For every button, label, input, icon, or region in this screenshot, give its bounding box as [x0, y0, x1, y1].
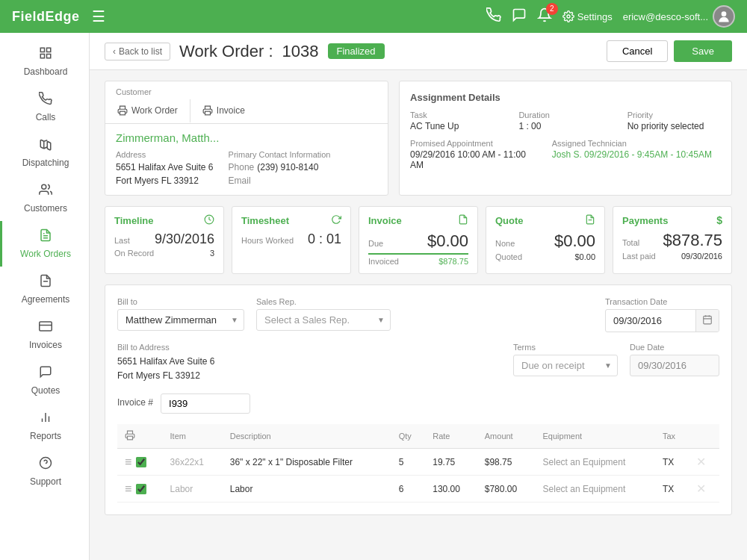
remove-item-button[interactable]: ✕: [696, 455, 706, 468]
save-button[interactable]: Save: [674, 40, 732, 62]
bill-to-select[interactable]: Matthew Zimmerman: [117, 309, 244, 331]
invoice-tab[interactable]: Invoice: [190, 99, 257, 123]
item-amount-cell: $780.00: [477, 476, 536, 503]
svg-rect-25: [128, 437, 133, 441]
app-layout: Dashboard Calls Dispatching Customers Wo…: [0, 33, 747, 560]
sales-rep-select-wrapper: Select a Sales Rep. ▼: [256, 309, 391, 331]
terms-select[interactable]: Due on receipt: [513, 355, 618, 376]
notification-bell-icon[interactable]: 2: [537, 7, 552, 26]
sidebar-item-label: Calls: [36, 112, 56, 122]
line-item-checkbox[interactable]: [136, 484, 146, 494]
col-description: Description: [223, 424, 391, 449]
sidebar-item-work-orders[interactable]: Work Orders: [0, 221, 89, 267]
transaction-date-label: Transaction Date: [605, 297, 719, 306]
sidebar-item-dispatching[interactable]: Dispatching: [0, 130, 89, 175]
payments-title: Payments: [622, 215, 668, 226]
table-row: ≡ Labor Labor 6 130.00 $780.00: [117, 476, 719, 503]
sidebar-item-reports[interactable]: Reports: [0, 403, 89, 449]
col-print: [117, 424, 163, 449]
technician-col: Assigned Technician Josh S. 09/29/2016 -…: [552, 139, 721, 170]
drag-handle-icon: ≡: [125, 482, 131, 496]
user-info[interactable]: ericw@desco-soft...: [623, 5, 735, 28]
sales-rep-select[interactable]: Select a Sales Rep.: [256, 309, 391, 331]
hamburger-menu-icon[interactable]: ☰: [92, 7, 105, 25]
last-paid-value: 09/30/2016: [681, 252, 722, 261]
last-paid-label: Last paid: [622, 252, 656, 261]
work-order-number: 1038: [282, 42, 319, 61]
address-col: Address 5651 Halifax Ave Suite 6 Fort My…: [116, 150, 214, 187]
bill-to-select-wrapper: Matthew Zimmerman ▼: [117, 309, 244, 331]
work-order-tab[interactable]: Work Order: [105, 99, 190, 123]
invoice-num-input[interactable]: [161, 393, 250, 414]
sidebar-item-support[interactable]: Support: [0, 449, 89, 494]
customer-info: Zimmerman, Matth... Address 5651 Halifax…: [105, 124, 388, 195]
invoiced-value: $878.75: [438, 257, 468, 266]
sidebar: Dashboard Calls Dispatching Customers Wo…: [0, 33, 90, 560]
svg-rect-17: [120, 111, 125, 115]
timesheet-hours-label: Hours Worked: [241, 236, 294, 245]
technician-value[interactable]: Josh S. 09/29/2016 - 9:45AM - 10:45AM: [552, 149, 721, 160]
item-name-cell: Labor: [163, 476, 223, 503]
task-label: Task: [410, 111, 503, 119]
quote-sub: Quoted $0.00: [495, 252, 595, 261]
task-col: Task AC Tune Up: [410, 111, 503, 131]
sidebar-item-dashboard[interactable]: Dashboard: [0, 39, 89, 84]
invoice-form: Bill to Matthew Zimmerman ▼ Sales Rep.: [105, 284, 732, 515]
transaction-date-input[interactable]: [606, 311, 695, 331]
line-item-checkbox[interactable]: [136, 457, 146, 467]
bill-address-col: Bill to Address 5651 Halifax Ave Suite 6…: [117, 343, 215, 383]
settings-label: Settings: [577, 11, 613, 22]
sidebar-item-calls[interactable]: Calls: [0, 84, 89, 130]
quote-none-value: $0.00: [554, 231, 595, 251]
sidebar-item-label: Reports: [30, 431, 61, 441]
timeline-sub: On Record 3: [114, 249, 214, 258]
sidebar-item-agreements[interactable]: Agreements: [0, 267, 89, 312]
assignment-row-2: Promised Appointment 09/29/2016 10:00 AM…: [410, 139, 721, 170]
chevron-left-icon: ‹: [113, 46, 116, 57]
technician-label: Assigned Technician: [552, 139, 721, 148]
priority-label: Priority: [627, 111, 721, 119]
payments-main: Total $878.75: [622, 231, 722, 250]
table-row: ≡ 36x22x1 36" x 22" x 1" Disposable Filt…: [117, 449, 719, 476]
due-date-input[interactable]: [630, 355, 719, 376]
work-order-header: ‹ Back to list Work Order : 1038 Finaliz…: [90, 33, 747, 70]
timeline-card: Timeline Last 9/30/2016 On Record 3: [105, 206, 224, 274]
invoiced-label: Invoiced: [368, 257, 399, 266]
terms-col: Terms Due on receipt ▼: [513, 343, 618, 376]
settings-nav[interactable]: Settings: [562, 10, 613, 22]
timeline-header: Timeline: [114, 214, 214, 227]
customer-name-link[interactable]: Zimmerman, Matth...: [116, 131, 377, 144]
sidebar-item-invoices[interactable]: Invoices: [0, 312, 89, 358]
sidebar-item-label: Dispatching: [22, 158, 69, 168]
remove-item-button[interactable]: ✕: [696, 482, 706, 495]
invoice-due-row: Due $0.00: [368, 231, 468, 251]
promised-value: 09/29/2016 10:00 AM - 11:00 AM: [410, 149, 537, 170]
sidebar-item-customers[interactable]: Customers: [0, 175, 89, 221]
customers-icon: [39, 183, 52, 200]
svg-point-6: [42, 184, 46, 189]
line-items-table: Item Description Qty Rate Amount Equipme…: [117, 424, 719, 503]
invoice-metric-title: Invoice: [368, 215, 402, 226]
payments-card: Payments $ Total $878.75 Last paid 09/30…: [613, 206, 732, 274]
due-date-col: Due Date: [630, 343, 719, 376]
contact-col: Primary Contact Information Phone(239) 9…: [229, 150, 331, 187]
transaction-date-wrapper: [605, 309, 719, 332]
phone-icon[interactable]: [486, 7, 501, 26]
cancel-button[interactable]: Cancel: [607, 40, 668, 62]
chat-icon[interactable]: [512, 7, 527, 26]
item-qty-cell: 5: [391, 449, 426, 476]
timesheet-card: Timesheet Hours Worked 0 : 01: [232, 206, 351, 274]
timeline-last-value: 9/30/2016: [155, 231, 214, 247]
calendar-icon[interactable]: [695, 310, 719, 332]
item-equipment-cell: Select an Equipment: [536, 449, 655, 476]
back-to-list-button[interactable]: ‹ Back to list: [105, 43, 170, 60]
metric-cards: Timeline Last 9/30/2016 On Record 3: [105, 206, 732, 274]
quote-header: Quote: [495, 214, 595, 227]
contact-label: Primary Contact Information: [229, 150, 331, 159]
col-item: Item: [163, 424, 223, 449]
svg-point-0: [567, 15, 570, 18]
notification-badge: 2: [546, 3, 558, 15]
support-icon: [39, 456, 52, 473]
item-rate-cell: 19.75: [425, 449, 477, 476]
sidebar-item-quotes[interactable]: Quotes: [0, 358, 89, 403]
